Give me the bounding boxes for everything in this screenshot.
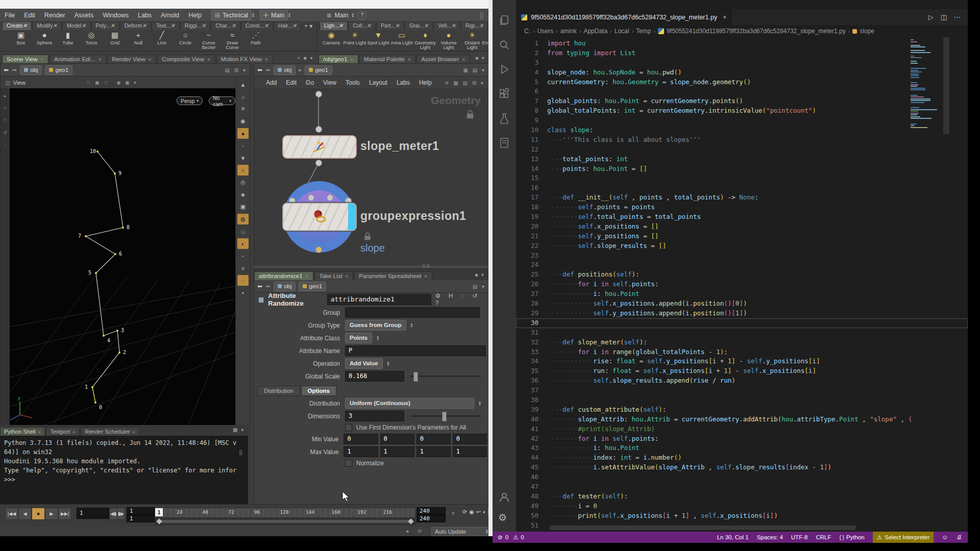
code-line-49[interactable]: 49········i = 0 — [516, 502, 968, 511]
viewport-right-tool-6[interactable]: ▼ — [237, 153, 249, 163]
viewport-right-tool-4[interactable]: ● — [237, 128, 249, 139]
network-menu-1[interactable]: Edit — [281, 79, 301, 86]
shelf-tab-1[interactable]: Modify✕ — [32, 21, 62, 30]
light-tool-3[interactable]: ▭Area Light — [390, 31, 413, 45]
range-start-field[interactable]: 1 — [127, 507, 155, 515]
range-end-field[interactable]: 240 — [416, 507, 446, 515]
shelf-tab-right-3[interactable]: Grai...✕ — [405, 21, 433, 30]
code-line-18[interactable]: 18········self.points = points — [516, 203, 968, 212]
viewport-right-tool-12[interactable]: □ — [237, 226, 249, 237]
code-line-48[interactable]: 48····def tester(self): — [516, 492, 968, 502]
pane-tab-0[interactable]: Scene View✕ — [2, 55, 48, 63]
python-console[interactable]: Python 3.7.13 (1 file(s) copied., Jun 14… — [0, 436, 248, 507]
houdini-menu-4[interactable]: Windows — [98, 12, 133, 19]
code-line-41[interactable]: 41········#print(slope_Attrib) — [516, 424, 968, 434]
code-line-11[interactable]: 11····'''This class is all about slopes'… — [516, 135, 968, 145]
code-line-42[interactable]: 42········for i in self.points: — [516, 434, 968, 444]
shelf-tool-0[interactable]: ▣Box — [9, 31, 33, 45]
go-to-start-button[interactable]: |◀◀ — [5, 508, 18, 520]
light-tool-2[interactable]: ▼Spot Light — [366, 31, 390, 45]
shelf-tool-10[interactable]: ⋰Path — [244, 31, 267, 45]
shell-tab-controls[interactable]: ▩ ▾ — [233, 427, 244, 433]
light-tool-4[interactable]: ♦Geometry Light — [413, 31, 437, 49]
testing-icon[interactable] — [498, 112, 510, 124]
node1-output-dot[interactable] — [315, 160, 322, 166]
shelf-add-button[interactable]: + ▾ — [304, 22, 312, 30]
code-line-19[interactable]: 19········self.total_points = total_poin… — [516, 212, 968, 222]
code-line-33[interactable]: 33········for i in range(global_totalPoi… — [516, 347, 968, 357]
shelf-tool-8[interactable]: ~Curve Bezier — [197, 31, 220, 49]
code-line-3[interactable]: 3 — [516, 58, 968, 68]
viewport-right-tool-9[interactable]: ◈ — [237, 189, 249, 200]
language-mode[interactable]: { } Python — [839, 534, 864, 540]
code-line-34[interactable]: 34············rise: float = self.y_posit… — [516, 357, 968, 366]
notifications-bell-icon[interactable] — [956, 534, 963, 541]
code-line-26[interactable]: 26········for i in self.points: — [516, 280, 968, 289]
cursor-position[interactable]: Ln 30, Col 1 — [717, 534, 749, 540]
viewport-right-tool-16[interactable]: ◌ — [237, 275, 249, 286]
param-back-icon[interactable]: ⬅ — [257, 283, 262, 290]
node-name-field[interactable]: attribrandomize1 — [327, 294, 431, 305]
shelf-tool-2[interactable]: ▮Tube — [56, 31, 80, 45]
eol-sequence[interactable]: CRLF — [816, 534, 831, 540]
shelf-tab-9[interactable]: Hair...✕ — [274, 21, 301, 30]
code-line-39[interactable]: 39····def custom_attribute(self): — [516, 405, 968, 415]
range-end-field-2[interactable]: 240 — [416, 515, 446, 522]
node2-display-flag[interactable] — [348, 204, 356, 230]
shelf-tab-right-5[interactable]: Rigi...✕ — [461, 21, 488, 30]
desktop-spinner[interactable]: ▲ ▼ — [252, 13, 255, 18]
view-menu-button[interactable]: ◫ View — [6, 80, 26, 86]
code-line-1[interactable]: 1import hou — [516, 39, 968, 48]
settings-gear-icon[interactable]: ⚙ — [498, 512, 510, 524]
main-selector[interactable]: ✛ Main — [260, 10, 288, 20]
pane-tab-1[interactable]: Animation Edi...✕ — [50, 55, 106, 63]
param-tab-2[interactable]: Parameter Spreadsheet✕ — [354, 271, 432, 280]
network-menu-6[interactable]: Labs — [392, 79, 414, 86]
code-line-7[interactable]: 7global_points: hou.Point = currentGeome… — [516, 96, 968, 106]
stop-button[interactable]: ■ — [32, 508, 45, 520]
param-tab-0[interactable]: attribrandomize1✕ — [254, 271, 313, 280]
feedback-icon[interactable]: ☺ — [942, 534, 948, 540]
network-menu-2[interactable]: Go — [301, 79, 318, 86]
param-path-root-chip[interactable]: obj — [274, 282, 296, 291]
param-forward-icon[interactable]: ➡ — [265, 283, 271, 290]
pane-tab-3[interactable]: Composite View✕ — [157, 55, 215, 63]
recook-icon[interactable]: ⟳ — [418, 528, 422, 535]
network-canvas[interactable]: Geometry — [254, 89, 488, 265]
left-pane-tab-controls[interactable]: + ■ ▾ — [297, 55, 313, 61]
encoding[interactable]: UTF-8 — [791, 534, 808, 540]
light-tool-0[interactable]: ◉Camera — [320, 31, 343, 45]
code-line-50[interactable]: 50········print(self.x_positions[i + 1] … — [516, 511, 968, 521]
houdini-menu-5[interactable]: Labs — [133, 12, 156, 19]
node-slope-meter1[interactable] — [282, 135, 357, 159]
viewport-right-tool-15[interactable]: ≡ — [237, 263, 249, 273]
shelf-tool-5[interactable]: +Null — [127, 31, 150, 45]
shelf-tab-right-1[interactable]: Coll...✕ — [348, 21, 376, 30]
split-editor-icon[interactable]: ◫ — [941, 13, 947, 21]
projection-selector[interactable]: Persp▾ — [177, 96, 203, 105]
param-tab-1[interactable]: Take List✕ — [314, 271, 353, 280]
code-editor[interactable]: 1import hou2from typing import List34slo… — [516, 39, 968, 530]
shelf-tab-right-2[interactable]: Part...✕ — [376, 21, 404, 30]
code-line-5[interactable]: 5currentGeometry: hou.Geometry = slope_n… — [516, 78, 968, 87]
cook-status-icon[interactable]: ● — [406, 528, 409, 534]
code-line-20[interactable]: 20········self.x_positions = [] — [516, 222, 968, 232]
shelf-tool-7[interactable]: ○Circle — [174, 31, 197, 45]
code-line-13[interactable]: 13····total_points: int — [516, 155, 968, 164]
network-menu-0[interactable]: Add — [261, 79, 281, 86]
houdini-menu-1[interactable]: Edit — [19, 12, 40, 19]
shelf-tool-6[interactable]: ╱Line — [150, 31, 174, 45]
slider-handle[interactable] — [442, 412, 447, 421]
code-line-45[interactable]: 45············i.setAttribValue(slope_Att… — [516, 463, 968, 472]
path-node-chip[interactable]: geo1 — [45, 65, 72, 75]
auto-update-selector[interactable]: Auto Update▲ ▼ — [431, 527, 492, 536]
scene-pathbar-icons[interactable]: ▤ ⊞ ▾ — [225, 67, 247, 73]
node2-output-dot[interactable] — [315, 246, 322, 253]
code-line-16[interactable]: 16 — [516, 183, 968, 193]
more-actions-icon[interactable]: ⋯ — [954, 13, 961, 21]
code-line-22[interactable]: 22········self.slope_results = [] — [516, 241, 968, 251]
play-backward-button[interactable]: ◀ — [18, 508, 32, 520]
code-line-30[interactable]: 30 — [516, 318, 968, 328]
viewport-left-tool-0[interactable]: ▸ — [4, 93, 7, 98]
viewport-right-tool-14[interactable]: ▫ — [237, 251, 249, 261]
